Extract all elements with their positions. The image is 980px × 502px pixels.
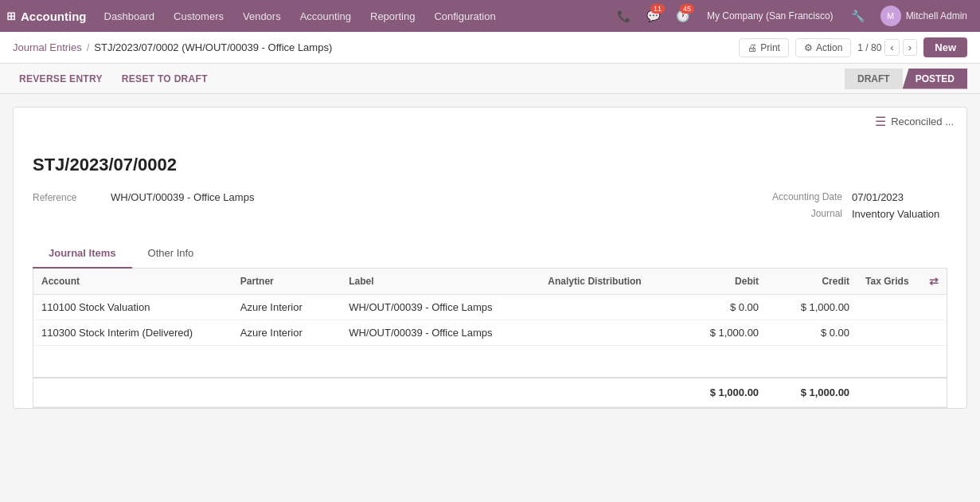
pagination: 1 / 80 ‹ › xyxy=(857,39,917,56)
row2-taxgrid xyxy=(857,320,921,346)
breadcrumb-actions: 🖨 Print ⚙ Action 1 / 80 ‹ › New xyxy=(739,37,967,57)
tabs: Journal Items Other Info xyxy=(33,239,947,269)
user-name: Mitchell Admin xyxy=(906,10,967,22)
status-draft: DRAFT xyxy=(845,69,903,89)
breadcrumb-parent-link[interactable]: Journal Entries xyxy=(13,41,82,53)
row2-credit: $ 0.00 xyxy=(767,320,857,346)
settings-icon-btn[interactable]: 🔧 xyxy=(845,0,871,32)
pagination-count: 1 / 80 xyxy=(857,42,881,53)
row1-taxgrid xyxy=(857,295,921,320)
tab-journal-items[interactable]: Journal Items xyxy=(33,239,132,269)
tab-other-info[interactable]: Other Info xyxy=(132,239,210,269)
nav-right: 📞 💬 11 🕐 45 My Company (San Francisco) 🔧… xyxy=(611,0,974,32)
table-row[interactable]: 110300 Stock Interim (Delivered) Azure I… xyxy=(33,320,947,346)
row1-partner: Azure Interior xyxy=(232,295,341,320)
action-bar-left: REVERSE ENTRY RESET TO DRAFT xyxy=(13,70,214,88)
right-fields: Accounting Date 07/01/2023 Journal Inven… xyxy=(755,191,947,220)
row1-credit: $ 1,000.00 xyxy=(767,295,857,320)
reconciled-bar: ☰ Reconciled ... xyxy=(13,107,967,135)
messages-icon-btn[interactable]: 💬 11 xyxy=(640,0,666,32)
breadcrumb-separator: / xyxy=(87,41,90,53)
gear-icon: ⚙ xyxy=(804,42,813,53)
new-button[interactable]: New xyxy=(923,37,967,57)
top-navigation: ⊞ Accounting Dashboard Customers Vendors… xyxy=(0,0,980,32)
row1-analytic xyxy=(540,295,676,320)
reconciled-label: Reconciled ... xyxy=(891,116,954,127)
journal-value: Inventory Valuation xyxy=(852,208,947,220)
col-header-label: Label xyxy=(341,269,540,295)
reverse-entry-button[interactable]: REVERSE ENTRY xyxy=(13,70,109,88)
print-icon: 🖨 xyxy=(748,42,757,53)
table-row[interactable]: 110100 Stock Valuation Azure Interior WH… xyxy=(33,295,947,320)
nav-item-accounting[interactable]: Accounting xyxy=(291,0,361,32)
form-fields: Reference WH/OUT/00039 - Office Lamps Ac… xyxy=(33,191,947,220)
empty-row xyxy=(33,346,947,378)
col-header-taxgrid: Tax Grids xyxy=(857,269,921,295)
pagination-prev-button[interactable]: ‹ xyxy=(884,39,899,56)
action-button[interactable]: ⚙ Action xyxy=(795,38,851,57)
nav-item-vendors[interactable]: Vendors xyxy=(233,0,291,32)
app-brand[interactable]: ⊞ Accounting xyxy=(6,10,87,23)
company-label: My Company (San Francisco) xyxy=(699,10,841,22)
empty-row-cell xyxy=(33,346,947,378)
row1-debit: $ 0.00 xyxy=(676,295,767,320)
transfer-icon[interactable]: ⇄ xyxy=(929,275,939,288)
breadcrumb: Journal Entries / STJ/2023/07/0002 (WH/O… xyxy=(13,41,332,53)
action-bar: REVERSE ENTRY RESET TO DRAFT DRAFT POSTE… xyxy=(0,64,980,94)
reference-field-group: Reference WH/OUT/00039 - Office Lamps xyxy=(33,191,254,220)
row2-analytic xyxy=(540,320,676,346)
status-posted: POSTED xyxy=(903,69,967,89)
avatar: M xyxy=(880,6,901,26)
journal-group: Journal Inventory Valuation xyxy=(755,208,947,220)
table-footer-row: $ 1,000.00 $ 1,000.00 xyxy=(33,378,947,407)
row2-account: 110300 Stock Interim (Delivered) xyxy=(33,320,232,346)
nav-item-reporting[interactable]: Reporting xyxy=(361,0,424,32)
form-card: STJ/2023/07/0002 Reference WH/OUT/00039 … xyxy=(13,135,967,409)
pagination-next-button[interactable]: › xyxy=(903,39,917,56)
status-bar: DRAFT POSTED xyxy=(845,69,967,89)
messages-badge: 11 xyxy=(650,4,665,14)
main-content: ☰ Reconciled ... STJ/2023/07/0002 Refere… xyxy=(0,94,980,502)
phone-icon-btn[interactable]: 📞 xyxy=(611,0,637,32)
row2-debit: $ 1,000.00 xyxy=(676,320,767,346)
row1-account: 110100 Stock Valuation xyxy=(33,295,232,320)
reset-to-draft-button[interactable]: RESET TO DRAFT xyxy=(115,70,214,88)
col-header-partner: Partner xyxy=(232,269,341,295)
footer-label-cell xyxy=(33,378,676,407)
settings-icon: 🔧 xyxy=(851,10,865,22)
menu-icon[interactable]: ☰ xyxy=(875,114,886,129)
form-title: STJ/2023/07/0002 xyxy=(33,155,947,175)
brand-label: Accounting xyxy=(21,10,87,23)
nav-item-customers[interactable]: Customers xyxy=(164,0,233,32)
col-header-analytic: Analytic Distribution xyxy=(540,269,676,295)
grid-icon: ⊞ xyxy=(6,10,16,22)
col-header-actions: ⇄ xyxy=(921,269,947,295)
nav-item-configuration[interactable]: Configuration xyxy=(424,0,505,32)
col-header-account: Account xyxy=(33,269,232,295)
row2-label: WH/OUT/00039 - Office Lamps xyxy=(341,320,540,346)
phone-icon: 📞 xyxy=(617,10,631,22)
user-menu[interactable]: M Mitchell Admin xyxy=(874,6,974,26)
journal-items-table: Account Partner Label Analytic Distribut… xyxy=(33,269,947,407)
activity-icon-btn[interactable]: 🕐 45 xyxy=(670,0,696,32)
table-header-row: Account Partner Label Analytic Distribut… xyxy=(33,269,947,295)
nav-item-dashboard[interactable]: Dashboard xyxy=(95,0,165,32)
row1-label: WH/OUT/00039 - Office Lamps xyxy=(341,295,540,320)
col-header-credit: Credit xyxy=(767,269,857,295)
nav-menu: Dashboard Customers Vendors Accounting R… xyxy=(95,0,611,32)
row1-actions xyxy=(921,295,947,320)
accounting-date-group: Accounting Date 07/01/2023 xyxy=(755,191,947,203)
journal-label: Journal xyxy=(755,208,842,220)
row2-partner: Azure Interior xyxy=(232,320,341,346)
footer-credit-total: $ 1,000.00 xyxy=(767,378,857,407)
col-header-debit: Debit xyxy=(676,269,767,295)
row2-actions xyxy=(921,320,947,346)
print-button[interactable]: 🖨 Print xyxy=(739,38,789,57)
activity-badge: 45 xyxy=(680,4,694,14)
breadcrumb-bar: Journal Entries / STJ/2023/07/0002 (WH/O… xyxy=(0,32,980,64)
footer-empty xyxy=(857,378,947,407)
breadcrumb-current: STJ/2023/07/0002 (WH/OUT/00039 - Office … xyxy=(94,41,332,53)
footer-debit-total: $ 1,000.00 xyxy=(676,378,767,407)
accounting-date-label: Accounting Date xyxy=(755,191,842,203)
reference-value: WH/OUT/00039 - Office Lamps xyxy=(111,191,254,203)
